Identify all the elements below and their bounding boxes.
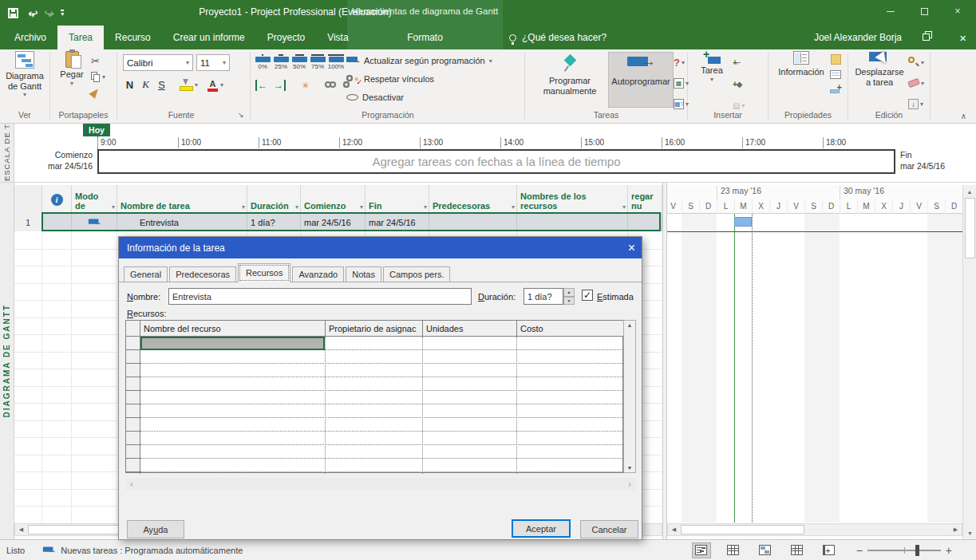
tab-archivo[interactable]: Archivo: [3, 26, 57, 49]
italic-button[interactable]: K: [139, 78, 152, 91]
restore-icon[interactable]: [923, 31, 932, 41]
percent-25-icon[interactable]: 25%: [272, 54, 290, 70]
grid-row-selector[interactable]: [126, 459, 140, 472]
outdent-icon[interactable]: ←: [255, 80, 267, 91]
signed-in-user[interactable]: Joel Alexander Borja: [814, 26, 902, 49]
gantt-scroll-thumb[interactable]: [681, 525, 804, 534]
customize-qat-icon[interactable]: ▾: [61, 10, 64, 17]
view-report-icon[interactable]: +: [820, 543, 838, 558]
duration-spinner[interactable]: ▲▼: [563, 288, 575, 305]
task-cell-info[interactable]: [42, 214, 72, 231]
font-size-combo[interactable]: 11▾: [196, 54, 230, 71]
scroll-to-task-button[interactable]: Desplazarse a tarea: [852, 51, 907, 87]
font-name-combo[interactable]: Calibri▾: [123, 54, 193, 71]
timeline-add-tasks-box[interactable]: Agregar tareas con fechas a la línea de …: [97, 149, 895, 174]
column-header-regar-nu[interactable]: regar nu: [628, 185, 662, 214]
view-task-usage-icon[interactable]: [725, 543, 742, 558]
grid-horizontal-scrollbar[interactable]: ‹›: [125, 478, 636, 491]
view-resource-sheet-icon[interactable]: [788, 543, 806, 558]
dialog-tab-predecesoras[interactable]: Predecesoras: [169, 266, 236, 282]
bold-button[interactable]: N: [123, 79, 136, 91]
tell-me-box[interactable]: ¿Qué desea hacer?: [509, 26, 607, 49]
close-button[interactable]: ×: [944, 0, 971, 22]
zoom-out-icon[interactable]: −: [856, 544, 863, 557]
new-tasks-status[interactable]: Nuevas tareas : Programada automáticamen…: [61, 546, 243, 555]
view-team-planner-icon[interactable]: [757, 543, 774, 558]
highlight-color-icon[interactable]: [180, 79, 192, 91]
duration-input[interactable]: 1 día?: [524, 288, 563, 305]
tab-tarea[interactable]: Tarea: [57, 26, 104, 49]
percent-0-icon[interactable]: 0%: [254, 54, 271, 70]
grid-row-selector[interactable]: [126, 445, 140, 459]
dialog-tab-campos-pers[interactable]: Campos pers.: [383, 266, 450, 282]
tab-formato[interactable]: Formato: [347, 26, 503, 49]
grid-row-selector[interactable]: [126, 404, 140, 418]
font-color-icon[interactable]: A: [207, 79, 218, 91]
grid-row-selector[interactable]: [126, 391, 140, 404]
column-header-duracion[interactable]: Duración▾: [247, 185, 301, 214]
maximize-button[interactable]: [911, 0, 938, 22]
gantt-horizontal-scrollbar[interactable]: ◀ ▶: [667, 523, 962, 536]
scroll-left-icon[interactable]: ◀: [15, 524, 27, 535]
view-gantt-icon[interactable]: [693, 543, 710, 558]
grid-scroll-up-icon[interactable]: ▲: [627, 322, 633, 328]
task-cell-nombres-de-los-recursos[interactable]: [517, 214, 628, 231]
insert-milestone-icon[interactable]: +⌐: [733, 54, 745, 70]
move-task-icon[interactable]: ▦▾: [674, 75, 689, 91]
task-cell-comienzo[interactable]: mar 24/5/16: [301, 214, 366, 231]
indent-icon[interactable]: →: [274, 80, 286, 91]
gantt-chart[interactable]: VSDLMXJVSDLMXJVSD23 may '1630 may '16: [667, 185, 962, 539]
task-cell-modo-de[interactable]: →: [72, 214, 117, 231]
percent-100-icon[interactable]: 100%: [327, 54, 345, 70]
font-dialog-launcher-icon[interactable]: ↘: [238, 111, 244, 119]
column-header-predecesoras[interactable]: Predecesoras▾: [429, 185, 517, 214]
collapse-ribbon-icon[interactable]: ∧: [961, 112, 966, 120]
estimated-checkbox[interactable]: ✓: [582, 290, 593, 301]
grid-row-selector[interactable]: [126, 337, 140, 350]
ok-button[interactable]: Aceptar: [512, 519, 571, 538]
dialog-tab-avanzado[interactable]: Avanzado: [292, 266, 344, 282]
tab-crear-un-informe[interactable]: Crear un informe: [162, 26, 256, 49]
task-mode-icon[interactable]: ▦?▾: [674, 96, 689, 112]
column-header-fin[interactable]: Fin▾: [366, 185, 429, 214]
redo-icon[interactable]: ↪▾: [45, 7, 52, 19]
grid-row-selector[interactable]: [126, 377, 140, 391]
grid-row-selector[interactable]: [126, 432, 140, 445]
column-header-nombre-de-tarea[interactable]: Nombre de tarea▾: [117, 185, 247, 214]
task-cell-regar-nu[interactable]: [628, 214, 662, 231]
grid-row-selector[interactable]: [126, 350, 140, 364]
manually-schedule-button[interactable]: Programar manualmente: [533, 52, 607, 108]
grid-row-selector[interactable]: [126, 364, 140, 377]
split-task-icon[interactable]: ✳: [302, 81, 309, 91]
cut-icon[interactable]: ✂: [91, 53, 105, 69]
vertical-scroll-thumb[interactable]: [965, 198, 975, 258]
gantt-task-bar[interactable]: [734, 217, 752, 227]
tab-recurso[interactable]: Recurso: [104, 26, 162, 49]
task-details-icon[interactable]: [830, 70, 841, 79]
grid-selected-cell[interactable]: [140, 337, 325, 350]
fill-down-icon[interactable]: ↓▾: [908, 96, 924, 112]
gantt-scroll-right-icon[interactable]: ▶: [950, 524, 962, 535]
column-header-comienzo[interactable]: Comienzo▾: [301, 185, 366, 214]
task-cell-duracion[interactable]: 1 día?: [247, 214, 301, 231]
percent-50-icon[interactable]: 50%: [290, 54, 308, 70]
cancel-button[interactable]: Cancelar: [580, 520, 638, 538]
zoom-slider[interactable]: [867, 550, 941, 551]
row-number[interactable]: 1: [14, 214, 42, 231]
column-header-info[interactable]: i: [42, 185, 72, 214]
scroll-down-icon[interactable]: ▼: [964, 527, 976, 538]
dialog-tab-general[interactable]: General: [124, 266, 168, 282]
column-header-nombres-de-los-recursos[interactable]: Nombres de los recursos▾: [517, 185, 628, 214]
paste-button[interactable]: Pegar▾: [54, 51, 89, 87]
format-painter-icon[interactable]: [91, 85, 105, 101]
grid-scroll-left-icon[interactable]: ‹: [130, 479, 133, 490]
gantt-scroll-left-icon[interactable]: ◀: [668, 524, 680, 535]
clear-icon[interactable]: ▾: [908, 75, 924, 91]
task-cell-nombre-de-tarea[interactable]: Entrevista: [117, 214, 247, 231]
dialog-close-icon[interactable]: ×: [628, 237, 635, 258]
help-button[interactable]: Ayuda: [127, 520, 184, 538]
minimize-button[interactable]: [877, 0, 904, 22]
vertical-scrollbar[interactable]: ▲ ▼: [962, 185, 976, 539]
auto-schedule-button[interactable]: → Autoprogramar: [608, 52, 674, 108]
close-pane-icon[interactable]: ×: [959, 26, 966, 49]
